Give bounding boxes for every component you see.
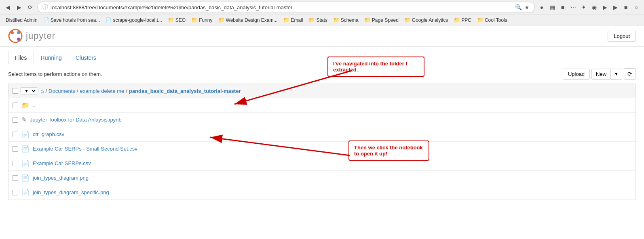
file-checkbox[interactable]	[13, 175, 18, 181]
bookmark-text: SEO	[175, 17, 186, 23]
folder-icon: 📁	[283, 17, 289, 23]
bookmark-text: Schema	[341, 17, 359, 23]
file-name[interactable]: Example Car SERPs.csv	[33, 160, 91, 166]
url-text: localhost:8888/tree/Documents/example%20…	[51, 4, 513, 10]
file-checkbox[interactable]	[13, 161, 18, 166]
extension-icon-9[interactable]: ■	[621, 3, 630, 12]
address-bar-row: ◀ ▶ ⟳ ⓘ localhost:8888/tree/Documents/ex…	[0, 0, 644, 15]
file-checkbox[interactable]	[13, 117, 18, 123]
file-checkbox[interactable]	[13, 132, 18, 137]
reload-icon[interactable]: ⟳	[26, 3, 35, 12]
bookmark-email[interactable]: 📁 Email	[281, 16, 305, 24]
bookmark-distilled-admin[interactable]: Distilled Admin	[3, 17, 40, 24]
bookmark-text: Funny	[199, 17, 212, 23]
forward-icon[interactable]: ▶	[15, 3, 23, 12]
extension-icon-7[interactable]: ▶	[600, 3, 609, 12]
new-dropdown-caret[interactable]: ▼	[610, 69, 622, 80]
refresh-icon: ⟳	[627, 71, 632, 77]
extension-icon-2[interactable]: ▦	[548, 3, 557, 12]
bookmark-website-design[interactable]: 📁 Website Design Exam...	[216, 16, 280, 24]
tab-running[interactable]: Running	[34, 51, 69, 64]
extension-icon-10[interactable]: ○	[632, 3, 641, 12]
sep-3: /	[126, 88, 127, 94]
breadcrumb-current[interactable]: pandas_basic_data_analysis_tutorial-mast…	[129, 88, 241, 94]
bookmark-ppc[interactable]: 📁 PPC	[451, 16, 474, 24]
extension-icon-3[interactable]: ■	[558, 3, 567, 12]
file-name[interactable]: join_types_diagram_specific.png	[33, 189, 109, 195]
logout-button[interactable]: Logout	[608, 31, 636, 42]
file-name: ..	[33, 102, 36, 108]
bookmark-text: Website Design Exam...	[226, 17, 278, 23]
tab-files[interactable]: Files	[8, 51, 34, 64]
file-checkbox[interactable]	[13, 146, 18, 152]
bookmarks-bar: Distilled Admin 📄 Save hotels from sea..…	[0, 15, 644, 25]
list-item: ✎ Jupyter Toolbox for Data Anlaysis.ipyn…	[8, 113, 636, 127]
bookmark-page-icon: 📄	[106, 17, 112, 23]
bookmark-stats[interactable]: 📁 Stats	[306, 16, 329, 24]
bookmark-text: Google Analytics	[412, 17, 448, 23]
file-icon: 📄	[21, 174, 30, 182]
home-icon[interactable]: ⌂	[40, 88, 44, 94]
svg-point-0	[9, 29, 22, 42]
svg-point-3	[17, 31, 20, 34]
sep-2: /	[77, 88, 78, 94]
extension-icon-8[interactable]: ▶	[611, 3, 620, 12]
tab-clusters[interactable]: Clusters	[69, 51, 103, 64]
file-checkbox[interactable]	[13, 190, 18, 195]
bookmark-save-hotels[interactable]: 📄 Save hotels from sea...	[41, 17, 103, 24]
extension-icon-4[interactable]: ⋯	[569, 3, 578, 12]
breadcrumb-documents[interactable]: Documents	[49, 88, 75, 94]
bookmark-seo[interactable]: 📁 SEO	[165, 16, 188, 24]
svg-point-2	[17, 38, 20, 41]
search-icon[interactable]: 🔍	[515, 4, 522, 10]
list-item: 📁 ..	[8, 98, 636, 113]
file-icon: 📄	[21, 189, 30, 196]
bookmark-text: Distilled Admin	[6, 17, 38, 23]
jupyter-logo[interactable]: jupyter	[8, 29, 55, 43]
extension-icon-5[interactable]: ✦	[579, 3, 588, 12]
sort-dropdown[interactable]: ▼	[21, 87, 37, 94]
notebook-icon: ✎	[21, 116, 27, 124]
bookmark-text: Email	[291, 17, 303, 23]
file-name[interactable]: Jupyter Toolbox for Data Anlaysis.ipynb	[30, 117, 122, 123]
address-bar[interactable]: ⓘ localhost:8888/tree/Documents/example%…	[37, 2, 535, 13]
folder-icon: 📁	[404, 17, 411, 23]
bookmark-schema[interactable]: 📁 Schema	[331, 16, 361, 24]
upload-button[interactable]: Upload	[563, 69, 590, 80]
toolbar-row: Select items to perform actions on them.…	[0, 64, 644, 84]
breadcrumb-example[interactable]: example delete me	[80, 88, 124, 94]
file-icon: 📄	[21, 145, 30, 153]
extension-icon-6[interactable]: ◉	[590, 3, 599, 12]
breadcrumb-row: ▼ ⌂ / Documents / example delete me / pa…	[8, 84, 636, 98]
breadcrumb: ⌂ / Documents / example delete me / pand…	[40, 88, 241, 94]
bookmark-page-speed[interactable]: 📁 Page Speed	[362, 16, 401, 24]
file-list: 📁 .. ✎ Jupyter Toolbox for Data Anlaysis…	[8, 98, 636, 200]
bookmark-funny[interactable]: 📁 Funny	[189, 16, 215, 24]
file-icon: 📄	[21, 130, 30, 138]
bookmark-text: Page Speed	[372, 17, 399, 23]
new-button[interactable]: New	[591, 69, 610, 80]
browser-chrome: ◀ ▶ ⟳ ⓘ localhost:8888/tree/Documents/ex…	[0, 0, 644, 25]
folder-icon: 📁	[191, 17, 198, 23]
jupyter-logo-icon	[8, 29, 23, 43]
bookmark-star-icon[interactable]: ★	[524, 4, 530, 10]
bookmark-page-icon: 📄	[43, 17, 49, 23]
back-icon[interactable]: ◀	[3, 3, 12, 12]
refresh-button[interactable]: ⟳	[624, 68, 636, 80]
browser-toolbar-icons: ● ▦ ■ ⋯ ✦ ◉ ▶ ▶ ■ ○	[537, 3, 641, 12]
list-item: 📄 join_types_diagram.png	[8, 171, 636, 185]
file-browser: ▼ ⌂ / Documents / example delete me / pa…	[0, 84, 644, 200]
select-all-checkbox[interactable]	[13, 88, 18, 94]
folder-icon: 📁	[333, 17, 340, 23]
file-name[interactable]: ctr_graph.csv	[33, 131, 64, 137]
file-name[interactable]: join_types_diagram.png	[33, 175, 89, 181]
bookmark-cool-tools[interactable]: 📁 Cool Tools	[475, 16, 510, 24]
tabs-row: Files Running Clusters	[0, 47, 644, 64]
bookmark-scrape-google[interactable]: 📄 scrape-google-local.t...	[103, 17, 164, 24]
file-checkbox[interactable]	[13, 103, 18, 108]
list-item: 📄 ctr_graph.csv	[8, 127, 636, 142]
bookmark-google-analytics[interactable]: 📁 Google Analytics	[402, 16, 450, 24]
file-name[interactable]: Example Car SERPs - Small Second Set.csv	[33, 146, 137, 152]
extension-icon-1[interactable]: ●	[537, 3, 546, 12]
list-item: 📄 Example Car SERPs.csv	[8, 156, 636, 171]
